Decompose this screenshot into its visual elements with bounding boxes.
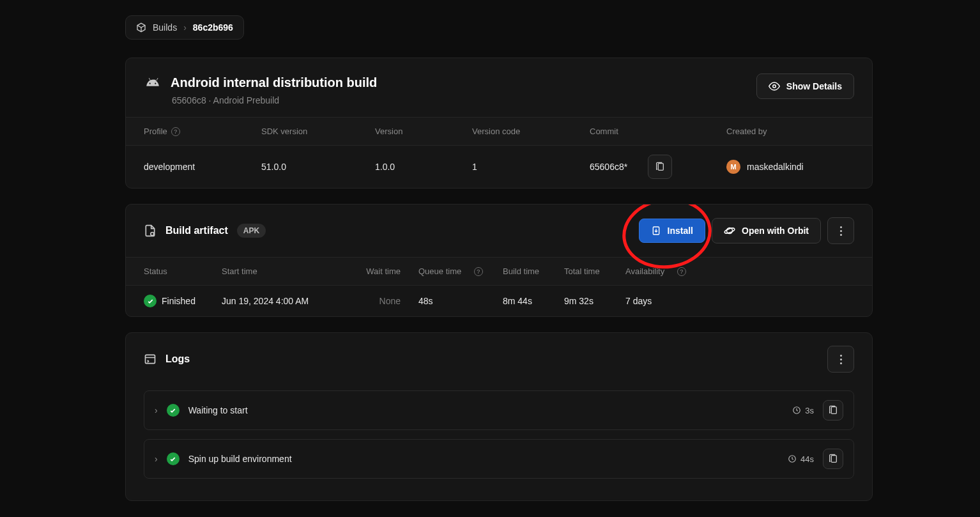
svg-point-0 [773,85,776,88]
clipboard-icon [828,454,838,464]
document-icon [144,224,157,238]
planet-icon [724,225,735,236]
col-header-total-time: Total time [564,266,625,276]
col-header-version: Version [375,127,472,136]
col-header-availability: Availability ? [625,266,702,276]
clock-icon [788,454,797,463]
install-button[interactable]: Install [639,219,705,243]
show-details-label: Show Details [786,81,842,91]
artifact-more-button[interactable] [827,217,854,244]
copy-log-button[interactable] [823,449,843,469]
build-info-table: Profile? SDK version Version Version cod… [126,117,872,188]
col-header-start-time: Start time [222,266,341,276]
total-time-value: 9m 32s [564,296,625,306]
sdk-value: 51.0.0 [261,155,375,179]
log-step-label: Spin up build environment [188,454,292,464]
kebab-icon [840,226,842,236]
col-header-wait-time: Wait time [341,266,401,276]
copy-commit-button[interactable] [648,155,672,179]
col-header-sdk: SDK version [261,127,375,136]
logs-title: Logs [165,353,190,365]
status-value: Finished [162,296,195,306]
svg-rect-6 [146,355,155,363]
chevron-right-icon: › [155,454,158,464]
start-time-value: Jun 19, 2024 4:00 AM [222,296,341,306]
col-header-created-by: Created by [726,127,854,136]
eye-icon [769,81,780,92]
logs-panel: Logs › Waiting to start 3s › Spin up bui… [125,332,873,501]
page-subtitle: 65606c8 · Android Prebuild [172,95,377,105]
col-header-version-code: Version code [472,127,590,136]
chevron-right-icon: › [155,405,158,415]
breadcrumb-builds-link[interactable]: Builds [153,22,177,33]
version-code-value: 1 [472,155,590,179]
wait-time-value: None [341,296,401,306]
android-icon [144,73,162,91]
svg-rect-8 [831,407,836,414]
breadcrumb[interactable]: Builds › 86c2b696 [125,15,244,40]
clipboard-icon [828,405,838,415]
kebab-icon [840,355,842,364]
clock-icon [792,406,801,415]
check-circle-icon [167,404,180,417]
orbit-label: Open with Orbit [742,226,809,236]
artifact-title: Build artifact [165,225,228,236]
col-header-queue-time: Queue time ? [418,266,503,276]
svg-point-5 [724,227,735,234]
help-icon[interactable]: ? [677,267,686,276]
build-artifact-panel: Build artifact APK Install Open with Orb… [125,204,873,317]
col-header-build-time: Build time [503,266,564,276]
creator-name: maskedalkindi [747,162,804,172]
build-time-value: 8m 44s [503,296,564,306]
build-info-row: development 51.0.0 1.0.0 1 65606c8* M ma… [126,146,872,188]
page-title: Android internal distribution build [171,75,377,90]
svg-point-2 [151,233,154,236]
build-header-panel: Android internal distribution build 6560… [125,58,873,189]
build-stats-row: Finished Jun 19, 2024 4:00 AM None 48s 8… [126,285,872,316]
availability-value: 7 days [625,296,702,306]
commit-value: 65606c8* [590,162,627,172]
clipboard-icon [655,162,665,172]
check-circle-icon [144,295,157,307]
show-details-button[interactable]: Show Details [756,73,854,99]
build-stats-header: Status Start time Wait time Queue time ?… [126,257,872,285]
check-circle-icon [167,452,180,465]
log-step-label: Waiting to start [188,405,248,415]
help-icon[interactable]: ? [171,127,180,136]
logs-more-button[interactable] [827,346,854,373]
col-header-profile: Profile? [144,127,261,136]
copy-log-button[interactable] [823,400,843,421]
created-by-user[interactable]: M maskedalkindi [726,160,804,174]
svg-rect-10 [831,456,836,463]
queue-time-value: 48s [418,296,503,306]
col-header-commit: Commit [590,127,726,136]
profile-value: development [144,155,261,179]
avatar: M [726,160,740,174]
svg-rect-1 [659,164,664,171]
log-step[interactable]: › Waiting to start 3s [144,390,854,430]
install-icon [651,226,661,236]
open-with-orbit-button[interactable]: Open with Orbit [712,218,821,243]
log-step[interactable]: › Spin up build environment 44s [144,439,854,479]
col-header-status: Status [144,266,222,276]
apk-badge: APK [237,224,266,238]
version-value: 1.0.0 [375,155,472,179]
breadcrumb-current: 86c2b696 [193,22,233,33]
terminal-icon [144,353,157,366]
help-icon[interactable]: ? [474,267,483,276]
log-step-duration: 44s [788,454,814,464]
install-label: Install [668,226,693,236]
log-step-duration: 3s [792,406,814,415]
cube-icon [136,22,146,33]
chevron-right-icon: › [183,22,187,33]
